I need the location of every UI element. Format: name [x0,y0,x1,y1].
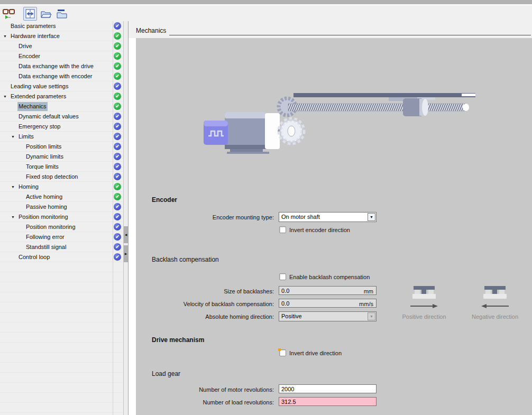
left-arrow-icon [478,303,512,309]
tree-item-basic-parameters[interactable]: Basic parameters✔ [0,21,123,31]
tree-empty-row [0,373,123,383]
number-of-load-revolutions-input[interactable] [279,397,377,406]
splitter-collapse-right-handle[interactable]: ▶ [124,245,128,262]
tree-empty-row [0,272,123,282]
expand-arrow-icon[interactable]: ▼ [11,182,15,192]
velocity-of-backlash-input[interactable] [279,299,377,308]
velocity-of-backlash-label: Velocity of backlash compensation: [140,301,274,308]
tree-empty-row [0,262,123,272]
enable-backlash-compensation-checkbox[interactable] [279,273,286,280]
split-window-arrows-icon [25,8,35,19]
splitter-collapse-left-handle[interactable]: ◀ [124,226,128,243]
status-check-icon: ✔ [114,223,121,230]
tree-item-label: Emergency stop [17,122,61,131]
tree-item-label: Fixed stop detection [25,172,79,181]
tree-item-label: Torque limits [25,162,60,171]
title-underline [169,35,531,35]
mechanics-panel: Encoder Encoder mounting type: On motor … [136,38,532,415]
absolute-homing-direction-dropdown[interactable]: Positive ▼ [279,311,377,321]
window-top-border [0,0,532,5]
absolute-homing-direction-value: Positive [281,313,302,319]
tree-item-label: Following error [25,233,66,242]
tree-empty-row [0,302,123,312]
tree-item-drive[interactable]: Drive✔ [0,41,123,51]
tree-item-passive-homing[interactable]: Passive homing✔ [0,202,123,212]
parameter-tree: Basic parameters✔▼Hardware interface✔Dri… [0,21,123,415]
positive-direction-caption: Positive direction [392,313,456,320]
tree-item-label: Mechanics [17,102,48,111]
status-check-icon: ✔ [114,183,121,190]
tree-item-data-exchange-with-the-drive[interactable]: Data exchange with the drive✔ [0,61,123,71]
status-check-icon: ✔ [114,233,121,241]
tree-item-mechanics[interactable]: Mechanics✔ [0,102,123,112]
tree-item-position-monitoring[interactable]: Position monitoring✔ [0,222,123,232]
expand-arrow-icon[interactable]: ▼ [3,91,7,102]
tree-item-label: Position monitoring [25,223,77,232]
tree-item-label: Extended parameters [10,92,67,101]
tree-empty-row [0,333,123,343]
tree-item-label: Encoder [17,52,41,61]
tree-item-extended-parameters[interactable]: ▼Extended parameters✔ [0,91,123,102]
tree-item-hardware-interface[interactable]: ▼Hardware interface✔ [0,31,123,41]
tree-empty-row [0,292,123,302]
tree-item-label: Data exchange with encoder [17,72,93,81]
invert-drive-direction-checkbox[interactable] [279,349,286,356]
number-of-motor-revolutions-input[interactable] [279,384,377,393]
status-check-icon: ✔ [114,243,121,251]
status-check-icon: ✔ [114,193,121,200]
tree-item-homing[interactable]: ▼Homing✔ [0,182,123,192]
tree-item-position-monitoring[interactable]: ▼Position monitoring✔ [0,212,123,222]
absolute-homing-direction-label: Absolute homing direction: [140,313,274,320]
close-folder-icon [56,8,68,19]
tree-item-dynamic-default-values[interactable]: Dynamic default values✔ [0,112,123,122]
tree-item-control-loop[interactable]: Control loop✔ [0,252,123,262]
tree-item-fixed-stop-detection[interactable]: Fixed stop detection✔ [0,172,123,182]
invert-encoder-direction-label: Invert encoder direction [289,227,350,233]
tree-item-data-exchange-with-encoder[interactable]: Data exchange with encoder✔ [0,71,123,81]
tree-item-emergency-stop[interactable]: Emergency stop✔ [0,122,123,132]
invert-encoder-direction-checkbox[interactable] [279,226,286,233]
tree-empty-row [0,383,123,393]
open-all-folder-icon[interactable] [39,7,53,21]
tree-item-leading-value-settings[interactable]: Leading value settings✔ [0,81,123,91]
status-check-icon: ✔ [114,93,121,100]
lead-screw [288,104,466,111]
tree-item-active-homing[interactable]: Active homing✔ [0,192,123,202]
function-view-split-icon[interactable] [23,7,37,21]
tree-item-label: Position limits [25,142,62,151]
size-of-backlashes-input[interactable] [279,286,377,295]
dropdown-arrow-icon[interactable]: ▼ [368,213,375,221]
expand-arrow-icon[interactable]: ▼ [11,132,15,142]
tree-item-limits[interactable]: ▼Limits✔ [0,132,123,142]
status-check-icon: ✔ [114,52,121,60]
expand-arrow-icon[interactable]: ▼ [3,31,7,41]
tree-item-label: Data exchange with the drive [17,62,95,71]
positive-direction-figure: Positive direction [392,281,456,320]
tree-item-label: Active homing [25,192,63,201]
tree-item-torque-limits[interactable]: Torque limits✔ [0,162,123,172]
tree-item-label: Limits [17,132,35,141]
enable-backlash-compensation-label: Enable backlash compensation [289,274,370,280]
tree-item-position-limits[interactable]: Position limits✔ [0,142,123,152]
open-folder-icon [40,8,52,19]
status-check-icon: ✔ [114,42,121,50]
close-all-folder-icon[interactable] [55,7,69,21]
size-of-backlashes-label: Size of backlashes: [140,288,274,295]
tree-item-label: Passive homing [25,202,68,211]
status-check-icon: ✔ [114,32,121,40]
sled-icon [478,281,512,299]
tree-item-following-error[interactable]: Following error✔ [0,232,123,242]
status-check-icon: ✔ [114,103,121,110]
expand-arrow-icon[interactable]: ▼ [11,212,15,222]
tree-item-encoder[interactable]: Encoder✔ [0,51,123,61]
tree-item-dynamic-limits[interactable]: Dynamic limits✔ [0,152,123,162]
tree-item-standstill-signal[interactable]: Standstill signal✔ [0,242,123,252]
commissioning-glasses-icon[interactable] [2,7,16,21]
tree-empty-row [0,413,123,415]
status-check-icon: ✔ [114,133,121,140]
tree-item-label: Control loop [17,253,51,262]
sled-icon [407,281,441,299]
encoder-mounting-type-dropdown[interactable]: On motor shaft ▼ [279,212,377,222]
pane-splitter[interactable]: ◀ ▶ [123,21,129,415]
page-title: Mechanics [136,27,166,34]
